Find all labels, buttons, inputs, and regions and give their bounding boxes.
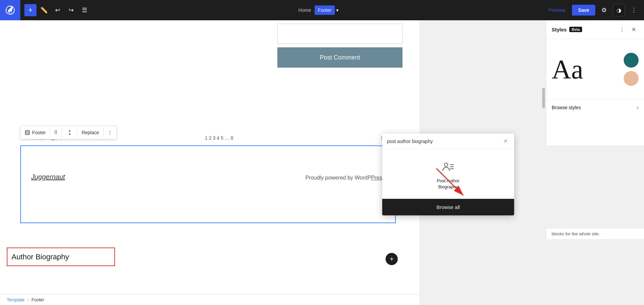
person-bio-svg: [442, 161, 454, 173]
wp-logo[interactable]: [0, 0, 20, 20]
color-swatches: [624, 53, 639, 86]
color-swatch-teal: [624, 53, 639, 68]
inserter-header: ×: [382, 134, 514, 149]
powered-by-text: Proudly powered by WordPPress: [305, 175, 385, 181]
styles-panel: Styles Beta ⋮ ✕ Aa Browse styles ›: [546, 20, 644, 145]
editor-canvas: Post Comment ← Previous Page 1 2 3 4 5 ……: [0, 20, 419, 305]
list-view-button[interactable]: ☰: [78, 4, 91, 16]
breadcrumb-separator: ›: [27, 297, 29, 302]
block-inserter-popup: × Post AuthorBiography Browse all: [382, 134, 514, 215]
styles-panel-actions: ⋮ ✕: [617, 24, 639, 34]
breadcrumb-footer[interactable]: Footer: [315, 5, 335, 15]
post-comment-button[interactable]: Post Comment: [277, 47, 402, 68]
save-button[interactable]: Save: [572, 5, 595, 16]
wordpress-icon: [5, 5, 16, 16]
author-biography-icon: [442, 161, 454, 176]
redo-button[interactable]: ↪: [65, 4, 77, 16]
drag-handle[interactable]: ⠿: [50, 128, 62, 137]
comment-input-box: [277, 24, 402, 44]
author-biography-label: Author Biography: [12, 253, 69, 261]
footer-block[interactable]: Juggernaut Proudly powered by WordPPress: [20, 145, 396, 223]
footer-more-options[interactable]: ⋮: [104, 128, 116, 137]
svg-point-3: [444, 163, 448, 166]
add-block-toolbar-button[interactable]: +: [24, 4, 37, 16]
styles-close-button[interactable]: ✕: [628, 24, 639, 34]
post-author-biography-label: Post AuthorBiography: [437, 178, 459, 190]
color-swatch-peach: [624, 71, 639, 86]
toolbar-left-actions: + ✏️ ↩ ↪ ☰: [20, 4, 95, 16]
author-biography-box: Author Biography: [7, 248, 115, 266]
footer-content-row: Juggernaut Proudly powered by WordPPress: [31, 153, 385, 188]
breadcrumb-home[interactable]: Home: [295, 5, 314, 15]
toolbar-right-actions: Preview Save ⚙ ◑ ⋮: [540, 4, 644, 16]
browse-styles-row[interactable]: Browse styles ›: [546, 100, 644, 115]
footer-icon: [25, 130, 30, 135]
canvas-scrollbar[interactable]: [541, 20, 546, 305]
dark-mode-toggle[interactable]: ◑: [613, 4, 625, 16]
replace-button[interactable]: Replace: [77, 128, 103, 137]
move-arrows[interactable]: ▲ ▼: [62, 126, 77, 139]
svg-rect-0: [25, 131, 29, 135]
block-search-input[interactable]: [387, 139, 502, 144]
styles-preview-area: Aa: [546, 39, 644, 100]
post-author-biography-block[interactable]: Post AuthorBiography: [429, 156, 467, 195]
settings-icon[interactable]: ⚙: [598, 4, 610, 16]
breadcrumb-footer-current: Footer: [31, 297, 44, 302]
browse-styles-label: Browse styles: [552, 105, 581, 110]
page-numbers: 1 2 3 4 5 … 8: [205, 135, 233, 141]
styles-panel-title: Styles: [552, 27, 567, 32]
pencil-icon[interactable]: ✏️: [38, 4, 50, 16]
styles-more-options[interactable]: ⋮: [617, 24, 627, 34]
inserter-content: Post AuthorBiography: [382, 149, 514, 195]
toolbar-breadcrumb: Home Footer ▾: [95, 5, 540, 15]
scrollbar-thumb: [542, 88, 545, 108]
styles-title-group: Styles Beta: [552, 27, 582, 32]
styles-aa-preview: Aa: [552, 56, 583, 83]
preview-button[interactable]: Preview: [545, 5, 570, 15]
breadcrumb-template-link[interactable]: Template: [7, 297, 25, 302]
right-panel-bottom-text: blocks for the whole site.: [546, 229, 644, 239]
footer-block-icon: Footer: [21, 128, 50, 137]
browse-all-button[interactable]: Browse all: [382, 199, 514, 215]
add-block-inline-button[interactable]: +: [386, 253, 398, 265]
undo-button[interactable]: ↩: [51, 4, 64, 16]
styles-panel-header: Styles Beta ⋮ ✕: [546, 20, 644, 39]
inserter-close-button[interactable]: ×: [502, 137, 509, 145]
bottom-breadcrumb: Template › Footer: [0, 294, 419, 305]
footer-label: Footer: [32, 130, 46, 135]
beta-badge: Beta: [569, 27, 582, 32]
footer-inner: Juggernaut Proudly powered by WordPPress: [21, 146, 395, 194]
browse-styles-arrow-icon: ›: [637, 104, 639, 111]
site-name[interactable]: Juggernaut: [31, 173, 65, 181]
footer-block-toolbar: Footer ⠿ ▲ ▼ Replace ⋮: [20, 126, 117, 139]
main-toolbar: + ✏️ ↩ ↪ ☰ Home Footer ▾ Preview Save ⚙ …: [0, 0, 644, 20]
more-options-button[interactable]: ⋮: [628, 4, 640, 16]
breadcrumb-dropdown-button[interactable]: ▾: [335, 5, 340, 15]
